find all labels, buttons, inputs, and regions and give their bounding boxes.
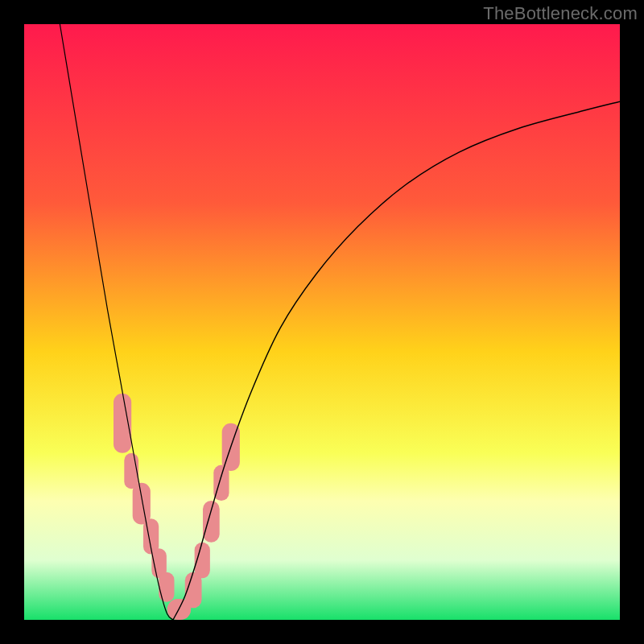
- pink-marker: [114, 394, 131, 453]
- chart-svg: [24, 24, 620, 620]
- pink-marker: [159, 572, 174, 602]
- gradient-background: [24, 24, 620, 620]
- chart-frame: TheBottleneck.com: [0, 0, 644, 644]
- pink-marker: [133, 483, 151, 525]
- pink-marker: [203, 501, 220, 543]
- watermark-text: TheBottleneck.com: [483, 3, 638, 24]
- plot-area: [24, 24, 620, 620]
